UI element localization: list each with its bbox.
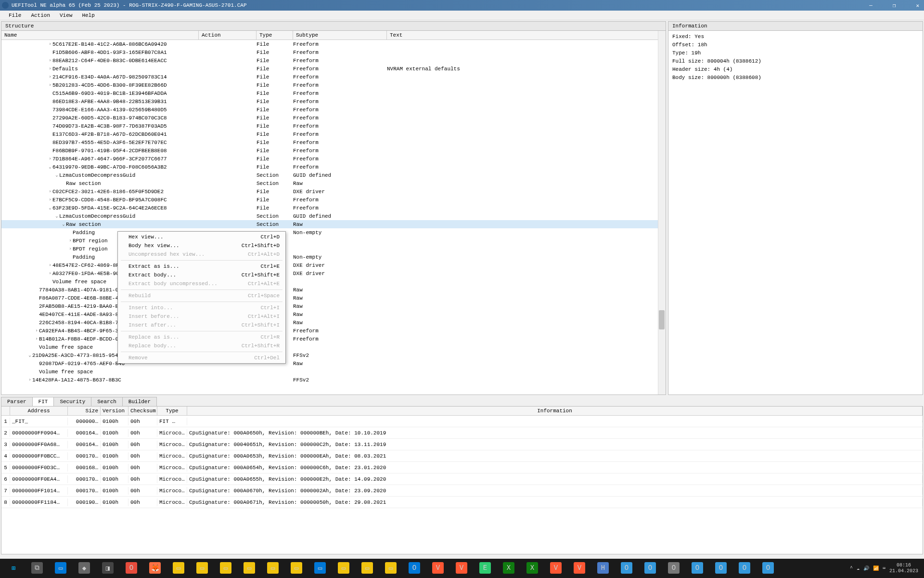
menu-file[interactable]: File (4, 12, 26, 19)
fit-col[interactable]: Address (10, 407, 68, 415)
fit-col[interactable]: Size (68, 407, 101, 415)
fit-col[interactable]: Type (157, 407, 187, 415)
fit-row[interactable]: 700000000FF1014…000170…0100h00hMicroco…C… (1, 485, 923, 497)
taskbar-item[interactable]: ▭ (332, 560, 355, 577)
tree-row[interactable]: 8ED397B7-4555-4E5D-A3F6-5E2EF7E707ECFile… (1, 138, 666, 146)
expander-icon[interactable]: › (48, 42, 52, 47)
tree-row[interactable]: ›214CF916-E34D-4A0A-A67D-982509783C14Fil… (1, 73, 666, 81)
taskbar-item[interactable]: O (615, 560, 638, 577)
tree-row[interactable]: C515A6B9-69D3-4019-BC1B-1E3946BFADDAFile… (1, 89, 666, 97)
taskbar-item[interactable]: ▭ (214, 560, 237, 577)
tree-row[interactable]: ›B14B012A-F8B8-4EDF-BCDD-006Freeform (1, 335, 666, 343)
context-menu[interactable]: Hex view...Ctrl+DBody hex view...Ctrl+Sh… (117, 231, 286, 364)
tree-row[interactable]: 226C2458-8194-40CA-B1B8-7FERaw (1, 318, 666, 327)
tree-row[interactable]: ⌄LzmaCustomDecompressGuidSectionGUID def… (1, 212, 666, 220)
taskbar-item[interactable]: O (120, 560, 143, 577)
taskbar-item[interactable]: ⧉ (26, 560, 49, 577)
tree-row[interactable]: 77840A38-8AB1-4D7A-9181-03ERaw (1, 286, 666, 294)
tree-row[interactable]: ›A0327FE0-1FDA-4E5B-90DXE driver (1, 269, 666, 277)
tree-row[interactable]: 74D09D73-EA2B-4C3B-98F7-7D6387F03AD5File… (1, 122, 666, 130)
tree-row[interactable]: ›5C617E2E-B148-41C2-A6BA-886BC6A09420Fil… (1, 40, 666, 48)
expander-icon[interactable]: › (48, 66, 52, 71)
expander-icon[interactable]: › (48, 271, 52, 276)
expander-icon[interactable]: ⌄ (54, 172, 59, 178)
expander-icon[interactable]: › (48, 75, 52, 79)
tree-row[interactable]: 4ED407CE-411E-4ADE-8A93-8A3Raw (1, 310, 666, 318)
menu-view[interactable]: View (55, 12, 77, 19)
tree-row[interactable]: 92087DAF-0219-4765-AEF0-B40Raw (1, 359, 666, 368)
tree-row[interactable]: F86BDB9F-9701-419B-95F4-2CDFBEEB8E08File… (1, 146, 666, 155)
structure-panel-body[interactable]: NameActionTypeSubtypeText ›5C617E2E-B148… (1, 31, 666, 395)
taskbar-item[interactable]: ◆ (73, 560, 96, 577)
tree-row[interactable]: Volume free space (1, 343, 666, 351)
tree-row[interactable]: ›C02CFCE2-3021-42E6-8186-65F0F5D9DE2File… (1, 187, 666, 196)
expander-icon[interactable]: ⌄ (61, 222, 66, 227)
taskbar-item[interactable]: O (709, 560, 732, 577)
taskbar-item[interactable]: E (474, 560, 497, 577)
tree-row[interactable]: ›5B201283-4CD5-4DD6-B300-8F39EE82B66DFil… (1, 81, 666, 89)
fit-row[interactable]: 1_FIT_000000…0100h00hFIT … (1, 416, 923, 427)
taskbar-item[interactable]: V (426, 560, 449, 577)
taskbar-item[interactable]: ▭ (308, 560, 332, 577)
expander-icon[interactable]: ⌄ (48, 164, 52, 170)
expander-icon[interactable]: › (48, 263, 52, 268)
taskbar-item[interactable]: X (497, 560, 520, 577)
tree-row[interactable]: 73984CDE-E166-AAA3-4139-025659B480D5File… (1, 105, 666, 114)
context-menu-item[interactable]: Body hex view...Ctrl+Shift+D (119, 241, 284, 250)
minimize-button[interactable]: — (866, 1, 875, 10)
expander-icon[interactable]: › (48, 83, 52, 88)
expander-icon[interactable]: ⌄ (48, 205, 52, 210)
expander-icon[interactable]: › (48, 197, 52, 202)
tab-parser[interactable]: Parser (1, 397, 33, 406)
tree-col-name[interactable]: Name (1, 31, 199, 39)
taskbar-item[interactable]: ▭ (356, 560, 379, 577)
tree-row[interactable]: E137C6D3-4F2B-B718-A67D-62DCBD60E041File… (1, 130, 666, 138)
tree-row[interactable]: ›88EAB212-C64F-4DE0-B83C-0DBE614EEACCFil… (1, 56, 666, 65)
tree-row[interactable]: Volume free space (1, 368, 666, 376)
menu-action[interactable]: Action (26, 12, 55, 19)
taskbar-item[interactable]: O (662, 560, 685, 577)
tree-row[interactable]: ›48E547E2-CF62-4869-8FDXE driver (1, 261, 666, 269)
start-button[interactable]: ⊞ (2, 560, 25, 577)
taskbar-item[interactable]: ▭ (285, 560, 308, 577)
taskbar-item[interactable]: O (403, 560, 426, 577)
fit-col[interactable]: Checksum (128, 407, 157, 415)
tree-col-subtype[interactable]: Subtype (293, 31, 387, 39)
taskbar-item[interactable]: ◨ (96, 560, 119, 577)
taskbar-item[interactable]: ▭ (191, 560, 214, 577)
tree-row[interactable]: ›BPDT region (1, 236, 666, 245)
tree-row[interactable]: ›E7BCF5C9-CDD8-4548-BEFD-BF95A7C008FCFil… (1, 196, 666, 204)
taskbar-item[interactable]: ▭ (167, 560, 190, 577)
taskbar-item[interactable]: O (733, 560, 756, 577)
tree-row[interactable]: 2FAB50B8-AE15-4219-BAA0-E8CRaw (1, 302, 666, 310)
tree-row[interactable]: ⌄21D9A25E-A3CD-4773-8815-954BFFSv2 (1, 351, 666, 359)
tree-row[interactable]: PaddingNon-empty (1, 253, 666, 261)
tree-row[interactable]: F86A0877-CDDE-4E6B-88BE-4BFRaw (1, 294, 666, 302)
taskbar-item[interactable]: 🦊 (143, 560, 167, 577)
fit-row[interactable]: 500000000FF0D3C…000168…0100h00hMicroco…C… (1, 462, 923, 473)
taskbar-item[interactable]: V (544, 560, 567, 577)
close-button[interactable]: ✕ (913, 1, 922, 10)
taskbar-item[interactable]: H (591, 560, 615, 577)
tree-col-text[interactable]: Text (387, 31, 666, 39)
tree-row[interactable]: Raw sectionSectionRaw (1, 179, 666, 187)
scrollbar[interactable] (658, 31, 666, 394)
fit-col[interactable]: Information (187, 407, 923, 415)
tray-icon[interactable]: 🔊 (863, 565, 869, 571)
taskbar-item[interactable]: ▭ (261, 560, 284, 577)
tree-row[interactable]: ›BPDT region (1, 245, 666, 253)
fit-row[interactable]: 400000000FF0BCC…000170…0100h00hMicroco…C… (1, 450, 923, 462)
expander-icon[interactable]: › (48, 189, 52, 194)
expander-icon[interactable]: ⌄ (54, 213, 59, 219)
tree-row[interactable]: ⌄LzmaCustomDecompressGuidSectionGUID def… (1, 171, 666, 179)
expander-icon[interactable]: › (68, 247, 73, 251)
fit-row[interactable]: 800000000FF1184…000190…0100h00hMicroco…C… (1, 497, 923, 508)
expander-icon[interactable]: ⌄ (27, 353, 32, 358)
tree-row[interactable]: 86ED18E3-AFBE-4AA8-9B48-22B513E39B31File… (1, 97, 666, 105)
context-menu-item[interactable]: Extract body...Ctrl+Shift+E (119, 271, 284, 279)
fit-col[interactable]: Version (101, 407, 128, 415)
expander-icon[interactable]: › (48, 58, 52, 63)
taskbar-item[interactable]: ▭ (379, 560, 402, 577)
tray-icon[interactable]: ⌨ (883, 565, 886, 571)
taskbar-item[interactable]: ▭ (238, 560, 261, 577)
